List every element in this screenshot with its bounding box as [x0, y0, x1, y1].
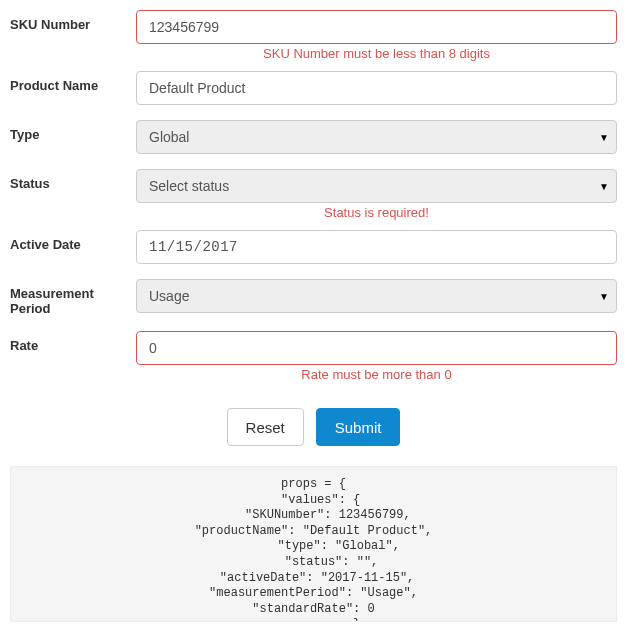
type-select[interactable]: Global: [136, 120, 617, 154]
sku-label: SKU Number: [10, 10, 136, 32]
product-name-row: Product Name: [10, 71, 617, 105]
product-name-label: Product Name: [10, 71, 136, 93]
status-select-wrap: Select status ▼: [136, 169, 617, 203]
rate-row: Rate: [10, 331, 617, 365]
active-date-row: Active Date: [10, 230, 617, 264]
rate-error-row: Rate must be more than 0: [10, 367, 617, 382]
type-row: Type Global ▼: [10, 120, 617, 154]
measurement-period-row: Measurement Period Usage ▼: [10, 279, 617, 316]
product-name-input-wrap: [136, 71, 617, 105]
rate-input-wrap: [136, 331, 617, 365]
sku-error-row: SKU Number must be less than 8 digits: [10, 46, 617, 61]
status-row: Status Select status ▼: [10, 169, 617, 203]
rate-error: Rate must be more than 0: [136, 367, 617, 382]
sku-row: SKU Number: [10, 10, 617, 44]
status-label: Status: [10, 169, 136, 191]
type-select-wrap: Global ▼: [136, 120, 617, 154]
debug-props: props = { "values": { "SKUNumber": 12345…: [10, 466, 617, 622]
measurement-period-label: Measurement Period: [10, 279, 136, 316]
sku-input[interactable]: [136, 10, 617, 44]
status-error-row: Status is required!: [10, 205, 617, 220]
rate-input[interactable]: [136, 331, 617, 365]
active-date-input-wrap: [136, 230, 617, 264]
status-error: Status is required!: [136, 205, 617, 220]
measurement-period-select[interactable]: Usage: [136, 279, 617, 313]
submit-button[interactable]: Submit: [316, 408, 401, 446]
active-date-label: Active Date: [10, 230, 136, 252]
rate-label: Rate: [10, 331, 136, 353]
measurement-period-select-wrap: Usage ▼: [136, 279, 617, 313]
product-name-input[interactable]: [136, 71, 617, 105]
type-label: Type: [10, 120, 136, 142]
sku-error: SKU Number must be less than 8 digits: [136, 46, 617, 61]
button-row: Reset Submit: [10, 408, 617, 446]
active-date-input[interactable]: [136, 230, 617, 264]
sku-input-wrap: [136, 10, 617, 44]
reset-button[interactable]: Reset: [227, 408, 304, 446]
status-select[interactable]: Select status: [136, 169, 617, 203]
